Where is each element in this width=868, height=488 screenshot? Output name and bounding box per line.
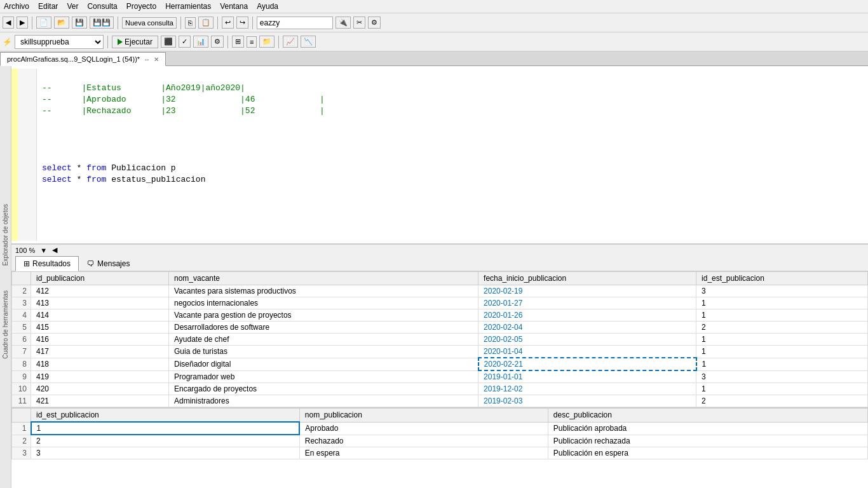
col2-nom[interactable]: nom_publicacion — [299, 408, 548, 422]
include-client-stats-button[interactable]: 📉 — [301, 36, 316, 48]
cell-id[interactable]: 421 — [31, 395, 169, 407]
cell-fecha[interactable]: 2020-02-04 — [478, 322, 696, 334]
table-row[interactable]: 10 420 Encargado de proyectos 2019-12-02… — [12, 383, 868, 395]
cell-id[interactable]: 419 — [31, 370, 169, 383]
table-row[interactable]: 3 3 En espera Publicación en espera — [12, 447, 868, 459]
cell-id[interactable]: 412 — [31, 285, 169, 297]
cell-nom[interactable]: Diseñador digital — [169, 358, 478, 370]
menu-ver[interactable]: Ver — [67, 2, 78, 11]
col-fecha-inicio[interactable]: fecha_inicio_publicacion — [478, 272, 696, 285]
cell-id[interactable]: 417 — [31, 346, 169, 358]
cell-id[interactable]: 420 — [31, 383, 169, 395]
scroll-left[interactable]: ◀ — [52, 246, 57, 254]
results-to-file-button[interactable]: 📁 — [259, 36, 275, 48]
cell-est[interactable]: 1 — [696, 358, 868, 370]
table-row[interactable]: 9 419 Programador web 2019-01-01 3 — [12, 370, 868, 383]
parse-button[interactable]: ✓ — [179, 36, 191, 48]
connect-button[interactable]: 🔌 — [336, 17, 351, 29]
menu-consulta[interactable]: Consulta — [87, 2, 117, 11]
cell-nom-pub[interactable]: Aprobado — [299, 422, 548, 435]
menu-proyecto[interactable]: Proyecto — [126, 2, 156, 11]
table-row[interactable]: 3 413 negocios internacionales 2020-01-2… — [12, 297, 868, 309]
table-row[interactable]: 2 412 Vacantes para sistemas productivos… — [12, 285, 868, 297]
redo-button[interactable]: ↪ — [236, 17, 248, 29]
cell-id[interactable]: 415 — [31, 322, 169, 334]
cell-nom[interactable]: Administradores — [169, 395, 478, 407]
col2-desc[interactable]: desc_publicacion — [548, 408, 867, 422]
cell-est[interactable]: 2 — [696, 395, 868, 407]
object-explorer-label[interactable]: Explorador de objetos — [1, 201, 10, 268]
cell-nom[interactable]: negocios internacionales — [169, 297, 478, 309]
cell-est[interactable]: 1 — [696, 334, 868, 346]
tab-resultados[interactable]: ⊞ Resultados — [15, 256, 79, 271]
cell-id-est[interactable]: 2 — [31, 435, 300, 447]
undo-button[interactable]: ↩ — [222, 17, 234, 29]
display-estimated-button[interactable]: 📊 — [193, 36, 208, 48]
cell-id[interactable]: 416 — [31, 334, 169, 346]
col-id-publicacion[interactable]: id_publicacion — [31, 272, 169, 285]
menu-editar[interactable]: Editar — [38, 2, 58, 11]
menu-ventana[interactable]: Ventana — [220, 2, 248, 11]
cell-est[interactable]: 1 — [696, 383, 868, 395]
table-row[interactable]: 7 417 Guia de turistas 2020-01-04 1 — [12, 346, 868, 358]
cell-nom[interactable]: Programador web — [169, 370, 478, 383]
results-to-text-button[interactable]: ≡ — [247, 36, 257, 48]
table-row[interactable]: 6 416 Ayudate de chef 2020-02-05 1 — [12, 334, 868, 346]
code-editor[interactable]: -- |Estatus |Año2019|año2020| -- |Aproba… — [37, 69, 868, 241]
disconnect-button[interactable]: ✂ — [353, 17, 365, 29]
tools-button[interactable]: ⚙ — [368, 17, 381, 29]
new-file-button[interactable]: 📄 — [36, 17, 51, 29]
cell-fecha[interactable]: 2019-02-03 — [478, 395, 696, 407]
table-row[interactable]: 1 1 Aprobado Publicación aprobada — [12, 422, 868, 435]
cell-nom[interactable]: Vacantes para sistemas productivos — [169, 285, 478, 297]
server-input[interactable] — [257, 17, 333, 29]
cell-id[interactable]: 418 — [31, 358, 169, 370]
cell-fecha[interactable]: 2019-12-02 — [478, 383, 696, 395]
cell-nom-pub[interactable]: En espera — [299, 447, 548, 459]
cell-est[interactable]: 3 — [696, 370, 868, 383]
close-icon[interactable]: ✕ — [154, 56, 159, 63]
query-options-button[interactable]: ⚙ — [211, 36, 224, 48]
cell-id-est[interactable]: 1 — [31, 422, 300, 435]
stop-button[interactable]: ⬛ — [161, 36, 176, 48]
database-select[interactable]: skillsupprueba — [15, 35, 104, 49]
cell-fecha[interactable]: 2019-01-01 — [478, 370, 696, 383]
copy-button[interactable]: ⎘ — [185, 17, 196, 29]
zoom-dropdown[interactable]: ▼ — [40, 247, 47, 254]
cell-fecha[interactable]: 2020-01-26 — [478, 309, 696, 322]
cell-nom[interactable]: Encargado de proyectos — [169, 383, 478, 395]
execute-button[interactable]: Ejecutar — [112, 36, 158, 48]
cell-est[interactable]: 1 — [696, 346, 868, 358]
table-row[interactable]: 5 415 Desarrolladores de software 2020-0… — [12, 322, 868, 334]
menu-archivo[interactable]: Archivo — [4, 2, 29, 11]
include-actual-plan-button[interactable]: 📈 — [283, 36, 298, 48]
cell-id-est[interactable]: 3 — [31, 447, 300, 459]
col-nom-vacante[interactable]: nom_vacante — [169, 272, 478, 285]
cell-desc-pub[interactable]: Publicación aprobada — [548, 422, 867, 435]
tab-mensajes[interactable]: 🗨 Mensajes — [79, 255, 138, 271]
query-tab[interactable]: procAlmGraficas.sq...9_SQLLogin_1 (54))*… — [0, 52, 166, 66]
cell-fecha[interactable]: 2020-02-05 — [478, 334, 696, 346]
table-row[interactable]: 8 418 Diseñador digital 2020-02-21 1 — [12, 358, 868, 370]
cell-desc-pub[interactable]: Publicación rechazada — [548, 435, 867, 447]
table-row[interactable]: 11 421 Administradores 2019-02-03 2 — [12, 395, 868, 407]
cell-desc-pub[interactable]: Publicación en espera — [548, 447, 867, 459]
menu-ayuda[interactable]: Ayuda — [257, 2, 278, 11]
back-button[interactable]: ◀ — [3, 17, 14, 29]
results-to-grid-button[interactable]: ⊞ — [232, 36, 244, 48]
new-query-button[interactable]: Nueva consulta — [122, 17, 177, 29]
cell-nom[interactable]: Ayudate de chef — [169, 334, 478, 346]
cell-id[interactable]: 414 — [31, 309, 169, 322]
forward-button[interactable]: ▶ — [17, 17, 28, 29]
cell-nom[interactable]: Desarrolladores de software — [169, 322, 478, 334]
cell-id[interactable]: 413 — [31, 297, 169, 309]
table-row[interactable]: 4 414 Vacante para gestion de proyectos … — [12, 309, 868, 322]
pin-icon[interactable]: ↔ — [144, 56, 150, 63]
cell-est[interactable]: 2 — [696, 322, 868, 334]
save-all-button[interactable]: 💾💾 — [90, 17, 114, 29]
menu-herramientas[interactable]: Herramientas — [165, 2, 211, 11]
table-row[interactable]: 2 2 Rechazado Publicación rechazada — [12, 435, 868, 447]
cell-fecha[interactable]: 2020-02-19 — [478, 285, 696, 297]
cell-est[interactable]: 3 — [696, 285, 868, 297]
cell-nom-pub[interactable]: Rechazado — [299, 435, 548, 447]
